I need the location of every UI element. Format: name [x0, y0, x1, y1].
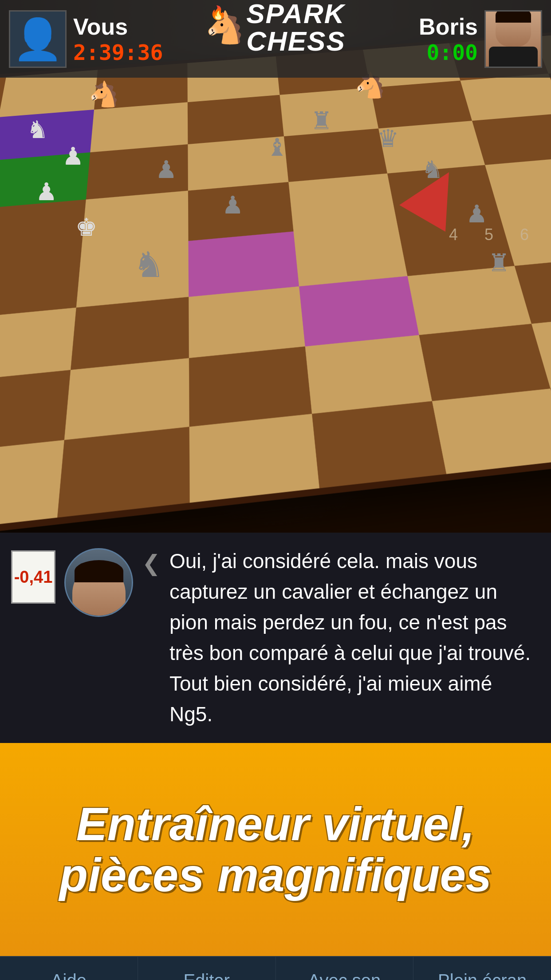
sq-e2[interactable]	[305, 335, 432, 414]
sq-d4[interactable]	[188, 231, 299, 296]
player-right-name: Boris	[419, 13, 478, 40]
sq-c4[interactable]	[76, 241, 189, 307]
sq-f1[interactable]	[432, 388, 551, 474]
board-coordinates: 4 5 6	[449, 225, 529, 244]
logo-spark: SPARK	[246, 0, 346, 28]
player-left-panel: 👤 Vous 2:39:36	[9, 10, 163, 68]
boris-hair	[496, 12, 531, 23]
piece-dark-knight: ♞	[133, 244, 165, 285]
sq-c2[interactable]	[64, 358, 189, 440]
coach-face-inner	[72, 565, 126, 617]
player-right-timer: 0:00	[426, 40, 478, 65]
marketing-headline-1: Entraîneur virtuel,	[76, 798, 475, 850]
coord-4: 4	[449, 225, 458, 244]
player-left-info: Vous 2:39:36	[73, 13, 163, 65]
piece-white-knight-1: ♞	[27, 115, 48, 144]
sq-c7[interactable]	[90, 102, 188, 153]
sq-d3[interactable]	[189, 286, 305, 358]
coach-section: -0,41 ❮ Oui, j'ai considéré cela. mais v…	[0, 533, 551, 980]
piece-dark-queen: ♛	[377, 124, 399, 153]
sq-g7[interactable]	[460, 73, 551, 121]
logo-text-block: SPARK CHESS	[246, 0, 346, 55]
bottom-navigation: Aide Editer Avec son Plein écran	[0, 956, 551, 980]
nav-plein-ecran[interactable]: Plein écran	[413, 957, 551, 980]
piece-dark-pawn-2: ♟	[222, 191, 244, 219]
boris-face	[496, 12, 531, 47]
player-right-avatar	[484, 10, 542, 68]
player-left-avatar: 👤	[9, 10, 67, 68]
fire-icon: 🔥	[210, 5, 226, 20]
sq-e6[interactable]	[284, 129, 387, 182]
coach-face-hair	[75, 560, 123, 582]
speech-bracket-icon: ❮	[142, 550, 161, 576]
piece-white-pawn-1: ♟	[62, 142, 84, 170]
score-badge: -0,41	[11, 550, 55, 604]
sq-b1[interactable]	[0, 440, 64, 533]
nav-editer[interactable]: Editer	[138, 957, 276, 980]
sq-c3[interactable]	[70, 296, 189, 370]
piece-dark-rook-2: ♜	[488, 249, 510, 277]
chess-scene: 4 5 6 ♞ ♟ ♟ ♚ ♞ ♟ ♟ ♝ ♜ ♛ ♞ ♟ ♜ 🐴 🐴	[0, 0, 551, 533]
marketing-headline-2: pièces magnifiques	[59, 850, 492, 901]
piece-white-pawn-2: ♟	[35, 178, 57, 206]
player-right-info: Boris 0:00	[419, 13, 478, 65]
sq-e1[interactable]	[312, 401, 447, 488]
board-grid	[0, 27, 551, 533]
player-left-timer: 2:39:36	[73, 40, 163, 65]
chess-board[interactable]	[0, 27, 551, 533]
chat-area: -0,41 ❮ Oui, j'ai considéré cela. mais v…	[0, 533, 551, 743]
sq-e5[interactable]	[288, 173, 397, 231]
coach-avatar	[64, 548, 133, 617]
boris-body	[489, 47, 538, 66]
piece-white-horse: 🐴	[89, 80, 119, 109]
piece-dark-pawn-1: ♟	[155, 155, 177, 184]
sq-c1[interactable]	[57, 427, 189, 518]
coord-5: 5	[484, 225, 493, 244]
app-logo: 🐴 🔥 SPARK CHESS	[205, 0, 346, 55]
player-right-panel: Boris 0:00	[419, 10, 542, 68]
game-header: 👤 Vous 2:39:36 🐴 🔥 SPARK CHESS	[0, 0, 551, 78]
logo-chess: CHESS	[246, 28, 346, 55]
nav-aide[interactable]: Aide	[0, 957, 138, 980]
sq-f2[interactable]	[419, 324, 550, 401]
silhouette-icon: 👤	[13, 19, 63, 59]
sq-f3[interactable]	[408, 265, 531, 335]
sq-e4[interactable]	[294, 222, 408, 286]
sq-e3[interactable]	[299, 276, 419, 346]
marketing-banner: Entraîneur virtuel, pièces magnifiques	[0, 743, 551, 956]
piece-dark-pawn-3: ♟	[466, 200, 488, 228]
coach-message-text: Oui, j'ai considéré cela. mais vous capt…	[169, 546, 540, 730]
coord-6: 6	[520, 225, 529, 244]
boris-avatar-inner	[486, 12, 541, 67]
sq-f7[interactable]	[370, 80, 472, 128]
sq-d2[interactable]	[189, 347, 312, 427]
player-left-name: Vous	[73, 13, 163, 40]
sq-g6[interactable]	[472, 113, 551, 165]
score-value: -0,41	[14, 568, 53, 587]
piece-dark-rook: ♜	[311, 107, 332, 135]
piece-white-king: ♚	[75, 213, 97, 241]
sq-d1[interactable]	[189, 414, 319, 503]
piece-dark-bishop: ♝	[266, 133, 288, 162]
logo-horse-icon: 🐴 🔥	[205, 9, 244, 46]
nav-avec-son[interactable]: Avec son	[276, 957, 414, 980]
game-area: 4 5 6 ♞ ♟ ♟ ♚ ♞ ♟ ♟ ♝ ♜ ♛ ♞ ♟ ♜ 🐴 🐴 👤 Vo…	[0, 0, 551, 533]
